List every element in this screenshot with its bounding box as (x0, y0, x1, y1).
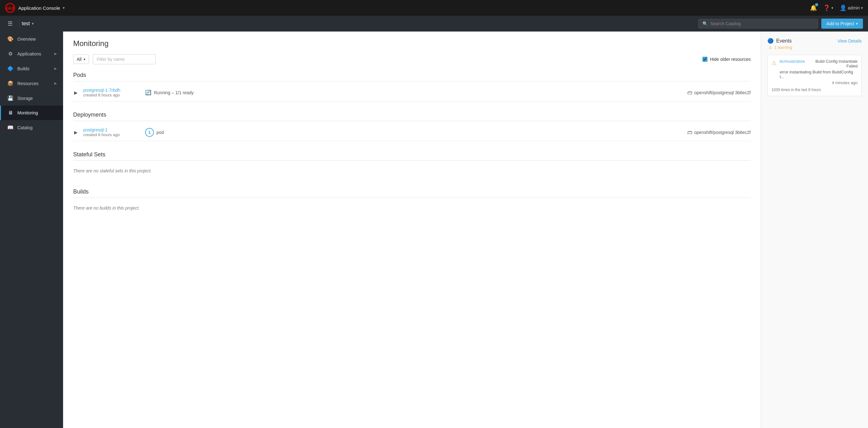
stateful-sets-section-title: Stateful Sets (73, 151, 751, 161)
warning-icon: ⚠ (769, 45, 772, 50)
sub-header: ☰ test ▾ 🔍 Add to Project ▾ (0, 16, 868, 32)
filter-by-name-input[interactable] (93, 54, 156, 64)
event-card-top: bc/musicstore Build Config Instantiate F… (780, 59, 858, 68)
sidebar-item-applications[interactable]: ⚙ Applications ▶ (0, 46, 63, 61)
pod-image: 🗃 openshift/postgresql 3b6ec2f (687, 90, 751, 96)
help-menu[interactable]: ❓ ▾ (823, 4, 833, 11)
builds-chevron-icon: ▶ (54, 66, 57, 71)
sidebar-item-builds[interactable]: 🔷 Builds ▶ (0, 61, 63, 76)
table-row: ▶ postgresql-1 created 8 hours ago 1 pod… (73, 124, 751, 141)
applications-icon: ⚙ (7, 51, 13, 57)
resources-chevron-icon: ▶ (54, 81, 57, 86)
user-chevron-icon: ▾ (861, 6, 863, 10)
notifications-icon[interactable]: 🔔 (810, 4, 817, 11)
filter-select[interactable]: All ▾ (73, 55, 89, 64)
storage-icon: 💾 (7, 95, 13, 101)
sidebar-item-monitoring[interactable]: 🖥 Monitoring (0, 106, 63, 120)
okd-logo: okd (5, 3, 15, 13)
search-catalog-container[interactable]: 🔍 (698, 19, 818, 28)
notification-badge (815, 3, 818, 6)
content-area: Monitoring All ▾ Hide older resources Po… (63, 32, 868, 428)
deployment-status: 1 pod (145, 128, 208, 137)
project-chevron-icon: ▾ (32, 22, 34, 26)
help-chevron-icon: ▾ (831, 6, 833, 10)
applications-chevron-icon: ▶ (54, 52, 57, 56)
pod-status: 🔄 Running – 1/1 ready (145, 90, 208, 96)
sidebar-item-overview[interactable]: 🎨 Overview (0, 32, 63, 46)
running-icon: 🔄 (145, 90, 151, 96)
deployment-created: created 8 hours ago (83, 132, 140, 137)
search-icon: 🔍 (703, 21, 708, 26)
console-chevron-icon: ▾ (63, 6, 65, 10)
pods-section-title: Pods (73, 72, 751, 81)
event-warning-icon: ⚠ (772, 60, 777, 66)
event-source-link[interactable]: bc/musicstore (780, 59, 805, 64)
image-stack-icon: 🗃 (687, 130, 692, 135)
monitoring-icon: 🖥 (7, 110, 13, 116)
row-expand-icon[interactable]: ▶ (73, 130, 78, 135)
main-layout: 🎨 Overview ⚙ Applications ▶ 🔷 Builds ▶ 📦… (0, 32, 868, 428)
event-time: 4 minutes ago (780, 80, 858, 85)
hamburger-button[interactable]: ☰ (5, 19, 15, 28)
warning-badge: ⚠ 1 warning (767, 45, 862, 50)
user-icon: 👤 (840, 4, 846, 11)
events-header: 🔵 Events View Details (767, 38, 862, 44)
table-row: ▶ postgresql-1-7rbdh created 8 hours ago… (73, 84, 751, 101)
event-description: error instantiating Build from BuildConf… (780, 70, 858, 79)
user-label: admin (848, 5, 860, 10)
pod-name-link[interactable]: postgresql-1-7rbdh (83, 88, 140, 93)
events-refresh-icon: 🔵 (767, 38, 774, 44)
catalog-icon: 📖 (7, 125, 13, 130)
builds-section: Builds There are no builds in this proje… (73, 189, 751, 216)
deployments-section: Deployments ▶ postgresql-1 created 8 hou… (73, 111, 751, 141)
filter-bar: All ▾ Hide older resources (73, 54, 751, 64)
hide-older-checkbox[interactable] (703, 57, 708, 62)
builds-icon: 🔷 (7, 66, 13, 71)
add-to-project-chevron-icon: ▾ (856, 22, 858, 26)
page-title: Monitoring (73, 39, 751, 48)
sidebar-item-resources[interactable]: 📦 Resources ▶ (0, 76, 63, 91)
sidebar-item-storage[interactable]: 💾 Storage (0, 91, 63, 106)
row-expand-icon[interactable]: ▶ (73, 90, 78, 95)
events-title: Events (776, 38, 792, 44)
pod-count-badge: 1 (145, 128, 154, 137)
project-selector[interactable]: test ▾ (19, 20, 36, 28)
pod-created: created 8 hours ago (83, 93, 140, 97)
main-panel: Monitoring All ▾ Hide older resources Po… (63, 32, 761, 428)
sidebar: 🎨 Overview ⚙ Applications ▶ 🔷 Builds ▶ 📦… (0, 32, 63, 428)
event-footer: 1039 times in the last 8 hours (772, 88, 858, 92)
hide-older-resources: Hide older resources (703, 57, 751, 62)
pods-section: Pods ▶ postgresql-1-7rbdh created 8 hour… (73, 72, 751, 101)
search-catalog-input[interactable] (710, 21, 814, 26)
deployment-image: 🗃 openshift/postgresql 3b6ec2f (687, 130, 751, 135)
event-card: ⚠ bc/musicstore Build Config Instantiate… (767, 55, 862, 96)
svg-text:okd: okd (6, 6, 14, 11)
event-action: Build Config Instantiate Failed (807, 59, 858, 68)
builds-empty: There are no builds in this project. (73, 200, 751, 216)
view-details-link[interactable]: View Details (837, 38, 862, 43)
deployment-name-link[interactable]: postgresql-1 (83, 127, 140, 132)
stateful-sets-section: Stateful Sets There are no stateful sets… (73, 151, 751, 178)
filter-select-chevron-icon: ▾ (84, 57, 86, 62)
navbar: okd Application Console ▾ 🔔 ❓ ▾ 👤 admin … (0, 0, 868, 16)
brand[interactable]: okd Application Console ▾ (5, 3, 65, 13)
navbar-right: 🔔 ❓ ▾ 👤 admin ▾ (810, 4, 863, 11)
help-icon: ❓ (823, 4, 830, 11)
user-menu[interactable]: 👤 admin ▾ (840, 4, 863, 11)
right-panel: 🔵 Events View Details ⚠ 1 warning ⚠ bc/m… (761, 32, 868, 428)
add-to-project-button[interactable]: Add to Project ▾ (821, 19, 863, 29)
builds-section-title: Builds (73, 189, 751, 198)
sidebar-item-catalog[interactable]: 📖 Catalog (0, 120, 63, 135)
sub-header-right: 🔍 Add to Project ▾ (698, 19, 863, 29)
stateful-sets-empty: There are no stateful sets in this proje… (73, 163, 751, 178)
event-card-header: ⚠ bc/musicstore Build Config Instantiate… (772, 59, 858, 85)
deployments-section-title: Deployments (73, 111, 751, 121)
resources-icon: 📦 (7, 80, 13, 86)
image-stack-icon: 🗃 (687, 90, 692, 96)
app-console-label[interactable]: Application Console ▾ (18, 5, 65, 11)
overview-icon: 🎨 (7, 36, 13, 42)
project-name: test (22, 21, 30, 27)
event-card-body: bc/musicstore Build Config Instantiate F… (780, 59, 858, 85)
